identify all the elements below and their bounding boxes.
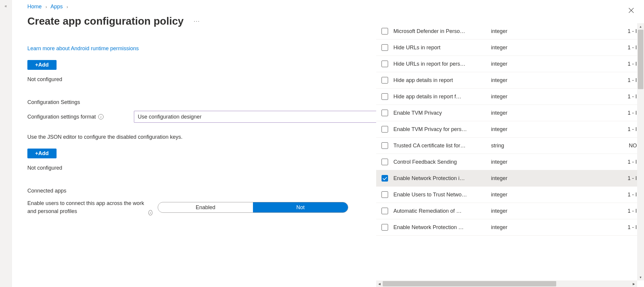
scroll-right-arrow-icon[interactable]: ▶ [631, 280, 637, 287]
config-key-name: Microsoft Defender in Perso… [393, 28, 486, 34]
toggle-enabled-option[interactable]: Enabled [158, 202, 253, 212]
config-key-value: 1 - I [547, 192, 637, 198]
config-key-value: 1 - I [547, 45, 637, 51]
config-key-value: 1 - I [547, 110, 637, 116]
config-format-label: Configuration settings format [27, 114, 96, 120]
config-key-row[interactable]: Enable Network Protection …integer1 - I [376, 219, 644, 236]
config-key-checkbox[interactable] [382, 44, 388, 51]
config-format-select[interactable]: Use configuration designer [134, 111, 393, 123]
config-key-value: 1 - I [547, 94, 637, 100]
config-key-name: Hide app details in report [393, 77, 486, 83]
config-key-row[interactable]: Microsoft Defender in Perso…integer1 - I [376, 23, 644, 40]
config-key-name: Automatic Remediation of … [393, 208, 486, 214]
config-key-checkbox[interactable] [382, 159, 388, 165]
config-key-value: 1 - I [547, 208, 637, 214]
config-key-name: Enable Network Protection … [393, 224, 486, 231]
page-title: Create app configuration policy [27, 15, 184, 27]
info-icon[interactable]: i [98, 114, 104, 119]
config-key-checkbox[interactable] [382, 77, 388, 83]
connected-apps-description: Enable users to connect this app across … [27, 199, 146, 215]
config-key-name: Enable Network Protection i… [393, 175, 486, 182]
config-key-type: integer [491, 208, 542, 214]
expand-nav-icon[interactable]: « [5, 4, 7, 287]
config-key-type: integer [491, 94, 542, 100]
config-key-checkbox[interactable] [382, 28, 388, 34]
config-key-value: 1 - I [547, 61, 637, 67]
config-key-row[interactable]: Hide app details in report f…integer1 - … [376, 89, 644, 105]
more-actions-button[interactable]: ··· [192, 17, 202, 26]
config-key-name: Hide app details in report f… [393, 94, 486, 100]
breadcrumb-home[interactable]: Home [27, 4, 42, 10]
nav-rail-collapsed: « [0, 0, 12, 287]
add-config-key-button[interactable]: +Add [27, 149, 57, 158]
toggle-not-option[interactable]: Not [253, 202, 348, 212]
add-permission-button[interactable]: +Add [27, 60, 57, 70]
learn-more-link[interactable]: Learn more about Android runtime permiss… [27, 45, 139, 51]
config-key-name: Hide URLs in report [393, 45, 486, 51]
config-keys-panel: Microsoft Defender in Perso…integer1 - I… [376, 0, 644, 287]
config-key-checkbox[interactable] [382, 142, 388, 149]
config-key-row[interactable]: Hide URLs in report for pers…integer1 - … [376, 56, 644, 72]
config-key-value: 1 - I [547, 224, 637, 231]
config-key-value: 1 - I [547, 175, 637, 182]
config-key-name: Enable Users to Trust Netwo… [393, 192, 486, 198]
config-key-type: integer [491, 126, 542, 133]
connected-apps-toggle[interactable]: Enabled Not [158, 202, 348, 213]
config-key-type: integer [491, 192, 542, 198]
config-key-row[interactable]: Enable Users to Trust Netwo…integer1 - I [376, 187, 644, 203]
config-key-row[interactable]: Trusted CA certificate list for…stringNO [376, 138, 644, 154]
config-key-type: integer [491, 110, 542, 116]
config-key-checkbox[interactable] [382, 61, 388, 67]
config-key-name: Trusted CA certificate list for… [393, 143, 486, 149]
config-key-value: 1 - I [547, 126, 637, 133]
config-key-type: integer [491, 77, 542, 83]
config-key-name: Enable TVM Privacy [393, 110, 486, 116]
config-key-value: NO [547, 143, 637, 149]
config-key-value: 1 - I [547, 77, 637, 83]
close-panel-button[interactable] [627, 6, 636, 16]
config-key-checkbox[interactable] [382, 175, 388, 182]
scroll-down-arrow-icon[interactable]: ▼ [637, 274, 644, 280]
scroll-left-arrow-icon[interactable]: ◀ [376, 280, 383, 287]
close-icon [629, 8, 634, 13]
config-key-name: Enable TVM Privacy for pers… [393, 126, 486, 133]
config-key-name: Control Feedback Sending [393, 159, 486, 165]
breadcrumb-apps[interactable]: Apps [51, 4, 63, 10]
config-key-name: Hide URLs in report for pers… [393, 61, 486, 67]
config-key-type: string [491, 143, 542, 149]
config-key-row[interactable]: Enable TVM Privacy for pers…integer1 - I [376, 121, 644, 138]
config-key-checkbox[interactable] [382, 208, 388, 214]
config-key-row[interactable]: Automatic Remediation of …integer1 - I [376, 203, 644, 219]
config-key-value: 1 - I [547, 28, 637, 34]
chevron-right-icon: › [67, 4, 68, 9]
config-key-checkbox[interactable] [382, 126, 388, 133]
config-key-type: integer [491, 45, 542, 51]
config-key-checkbox[interactable] [382, 110, 388, 116]
chevron-right-icon: › [46, 4, 47, 9]
scroll-up-arrow-icon[interactable]: ▲ [637, 23, 644, 30]
config-key-checkbox[interactable] [382, 224, 388, 231]
config-key-checkbox[interactable] [382, 93, 388, 100]
config-key-row[interactable]: Hide app details in reportinteger1 - I [376, 72, 644, 89]
config-key-row[interactable]: Hide URLs in reportinteger1 - I [376, 40, 644, 56]
config-key-checkbox[interactable] [382, 191, 388, 198]
config-key-row[interactable]: Enable TVM Privacyinteger1 - I [376, 105, 644, 121]
horizontal-scrollbar[interactable]: ◀ ▶ [376, 280, 637, 287]
vertical-scrollbar[interactable]: ▲ ▼ [637, 23, 644, 280]
config-key-row[interactable]: Control Feedback Sendinginteger1 - I [376, 154, 644, 170]
config-key-type: integer [491, 159, 542, 165]
config-key-type: integer [491, 28, 542, 34]
config-key-value: 1 - I [547, 159, 637, 165]
config-key-type: integer [491, 175, 542, 182]
info-icon[interactable]: i [149, 210, 152, 215]
config-key-type: integer [491, 224, 542, 231]
config-key-row[interactable]: Enable Network Protection i…integer1 - I [376, 170, 644, 187]
config-key-type: integer [491, 61, 542, 67]
